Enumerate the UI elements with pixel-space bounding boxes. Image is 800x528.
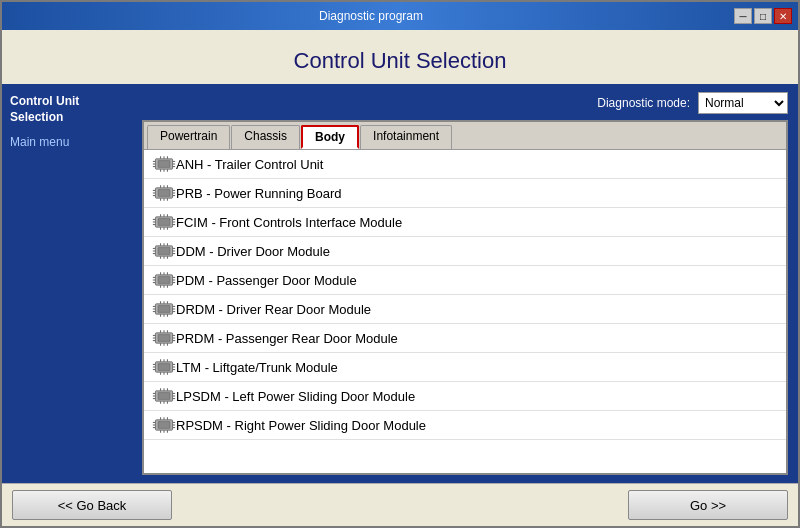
- diagnostic-mode-select[interactable]: Normal Advanced Expert: [698, 92, 788, 114]
- list-item[interactable]: RPSDM - Right Power Sliding Door Module: [144, 411, 786, 440]
- main-window: Diagnostic program ─ □ ✕ Control Unit Se…: [0, 0, 800, 528]
- list-item[interactable]: PRDM - Passenger Rear Door Module: [144, 324, 786, 353]
- svg-rect-71: [158, 306, 170, 313]
- tab-powertrain[interactable]: Powertrain: [147, 125, 230, 149]
- minimize-button[interactable]: ─: [734, 8, 752, 24]
- svg-rect-29: [158, 219, 170, 226]
- close-button[interactable]: ✕: [774, 8, 792, 24]
- svg-rect-127: [158, 422, 170, 429]
- tab-body[interactable]: Body: [301, 125, 359, 149]
- list-item[interactable]: LTM - Liftgate/Trunk Module: [144, 353, 786, 382]
- tab-chassis[interactable]: Chassis: [231, 125, 300, 149]
- content-area: Control Unit Selection Main menu Diagnos…: [2, 84, 798, 483]
- diagnostic-mode-row: Diagnostic mode: Normal Advanced Expert: [142, 92, 788, 114]
- list-item-label: DDM - Driver Door Module: [176, 244, 330, 259]
- diagnostic-mode-label: Diagnostic mode:: [597, 96, 690, 110]
- list-item[interactable]: PDM - Passenger Door Module: [144, 266, 786, 295]
- list-item-label: LPSDM - Left Power Sliding Door Module: [176, 389, 415, 404]
- list-item-label: RPSDM - Right Power Sliding Door Module: [176, 418, 426, 433]
- list-item[interactable]: PRB - Power Running Board: [144, 179, 786, 208]
- page-heading: Control Unit Selection: [2, 30, 798, 84]
- main-panel: Diagnostic mode: Normal Advanced Expert …: [132, 84, 798, 483]
- svg-rect-85: [158, 335, 170, 342]
- list-item[interactable]: FCIM - Front Controls Interface Module: [144, 208, 786, 237]
- list-item-label: ANH - Trailer Control Unit: [176, 157, 323, 172]
- list-item-label: FCIM - Front Controls Interface Module: [176, 215, 402, 230]
- list-item[interactable]: DRDM - Driver Rear Door Module: [144, 295, 786, 324]
- list-item-label: PDM - Passenger Door Module: [176, 273, 357, 288]
- tab-bar: Powertrain Chassis Body Infotainment: [144, 122, 786, 149]
- sidebar: Control Unit Selection Main menu: [2, 84, 132, 483]
- svg-rect-113: [158, 393, 170, 400]
- list-item[interactable]: DDM - Driver Door Module: [144, 237, 786, 266]
- window-controls: ─ □ ✕: [734, 8, 792, 24]
- list-item-label: LTM - Liftgate/Trunk Module: [176, 360, 338, 375]
- list-item[interactable]: LPSDM - Left Power Sliding Door Module: [144, 382, 786, 411]
- svg-rect-57: [158, 277, 170, 284]
- svg-rect-1: [158, 161, 170, 168]
- bottom-buttons: << Go Back Go >>: [2, 483, 798, 526]
- window-title: Diagnostic program: [8, 9, 734, 23]
- list-item-label: DRDM - Driver Rear Door Module: [176, 302, 371, 317]
- svg-rect-99: [158, 364, 170, 371]
- sidebar-main-menu[interactable]: Main menu: [10, 135, 124, 149]
- svg-rect-15: [158, 190, 170, 197]
- list-item-label: PRDM - Passenger Rear Door Module: [176, 331, 398, 346]
- go-button[interactable]: Go >>: [628, 490, 788, 520]
- svg-rect-43: [158, 248, 170, 255]
- sidebar-active-item: Control Unit Selection: [10, 94, 124, 125]
- list-item[interactable]: ANH - Trailer Control Unit: [144, 150, 786, 179]
- list-item-label: PRB - Power Running Board: [176, 186, 341, 201]
- tab-panel: Powertrain Chassis Body Infotainment: [142, 120, 788, 475]
- tab-infotainment[interactable]: Infotainment: [360, 125, 452, 149]
- module-list: ANH - Trailer Control Unit PRB - Power R…: [144, 149, 786, 473]
- maximize-button[interactable]: □: [754, 8, 772, 24]
- go-back-button[interactable]: << Go Back: [12, 490, 172, 520]
- titlebar: Diagnostic program ─ □ ✕: [2, 2, 798, 30]
